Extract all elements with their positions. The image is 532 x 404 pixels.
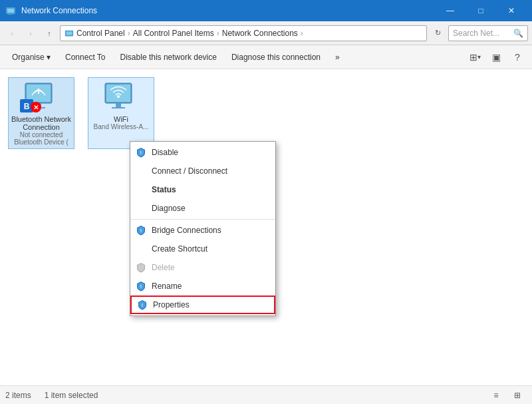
more-button[interactable]: » <box>329 48 346 67</box>
diagnose-button[interactable]: Diagnose this connection <box>225 48 327 67</box>
title-bar-icon <box>5 5 16 16</box>
ctx-create-shortcut-label: Create Shortcut <box>152 244 207 254</box>
bluetooth-icon-container: B ✕ <box>20 81 63 112</box>
maximize-button[interactable]: □ <box>466 0 496 21</box>
wifi-network-item[interactable]: WiFi Band Wireless-A... <box>88 77 154 149</box>
toolbar-right: ⊞ ▾ ▣ ? <box>466 48 527 67</box>
shield-icon-disable: ! <box>134 146 148 159</box>
bluetooth-network-item[interactable]: B ✕ Bluetooth Network Connection Not con… <box>8 77 74 149</box>
connect-to-button[interactable]: Connect To <box>59 48 112 67</box>
shield-icon-bridge: ! <box>134 224 148 237</box>
address-bar: ‹ › ↑ Control Panel › All Control Panel … <box>0 21 532 45</box>
shield-icon-properties: ! <box>136 298 149 311</box>
status-item-count: 2 items <box>5 391 31 400</box>
ctx-delete-label: Delete <box>152 263 175 272</box>
search-icon: 🔍 <box>513 29 523 38</box>
ctx-create-shortcut[interactable]: Create Shortcut <box>130 240 275 258</box>
up-button[interactable]: ↑ <box>41 25 57 41</box>
ctx-properties[interactable]: ! Properties <box>130 296 275 314</box>
ctx-connect-disconnect-label: Connect / Disconnect <box>152 166 227 176</box>
svg-text:!: ! <box>140 228 142 233</box>
ctx-properties-label: Properties <box>153 300 190 309</box>
ctx-rename-label: Rename <box>152 282 182 291</box>
organise-button[interactable]: Organise ▾ <box>5 48 57 67</box>
svg-text:!: ! <box>140 150 142 155</box>
status-selected-count: 1 item selected <box>45 391 98 400</box>
ctx-diagnose-label: Diagnose <box>152 204 186 213</box>
path-network-connections: Network Connections <box>222 29 298 38</box>
title-bar-title: Network Connections <box>21 6 430 15</box>
svg-text:!: ! <box>140 284 142 289</box>
minimize-button[interactable]: — <box>435 0 466 21</box>
title-bar-controls: — □ ✕ <box>435 0 527 21</box>
wifi-item-status: Band Wireless-A... <box>94 123 149 130</box>
svg-rect-5 <box>66 31 72 35</box>
shield-icon-delete <box>134 261 148 274</box>
shield-icon-rename: ! <box>134 280 148 293</box>
ctx-diagnose[interactable]: Diagnose <box>130 199 275 218</box>
ctx-bridge-connections[interactable]: ! Bridge Connections <box>130 221 275 240</box>
ctx-bridge-connections-label: Bridge Connections <box>152 226 221 235</box>
bluetooth-item-status: Not connected <box>20 131 63 138</box>
svg-text:B: B <box>24 102 30 111</box>
ctx-disable-label: Disable <box>152 148 178 157</box>
toolbar: Organise ▾ Connect To Disable this netwo… <box>0 45 532 69</box>
path-control-panel: Control Panel <box>76 29 125 38</box>
wifi-item-name: WiFi <box>114 115 128 123</box>
ctx-disable[interactable]: ! Disable <box>130 143 275 162</box>
ctx-separator-1 <box>130 219 275 220</box>
status-bar: 2 items 1 item selected ≡ ⊞ <box>0 385 532 404</box>
title-bar: Network Connections — □ ✕ <box>0 0 532 21</box>
help-button[interactable]: ? <box>508 48 527 67</box>
search-placeholder: Search Net... <box>453 29 499 38</box>
bluetooth-item-sub: Bluetooth Device ( <box>14 138 68 146</box>
path-all-items: All Control Panel Items <box>133 29 214 38</box>
svg-rect-3 <box>8 14 13 15</box>
address-path[interactable]: Control Panel › All Control Panel Items … <box>60 25 427 41</box>
svg-rect-16 <box>112 107 125 108</box>
svg-point-17 <box>117 95 120 98</box>
refresh-button[interactable]: ↻ <box>430 25 446 41</box>
ctx-status[interactable]: Status <box>130 180 275 199</box>
ctx-rename[interactable]: ! Rename <box>130 277 275 296</box>
wifi-icon-container <box>100 81 142 112</box>
svg-rect-15 <box>116 103 121 107</box>
search-box[interactable]: Search Net... 🔍 <box>448 25 528 41</box>
ctx-status-label: Status <box>152 185 176 194</box>
path-icon <box>65 29 74 38</box>
status-bar-right: ≡ ⊞ <box>487 386 527 405</box>
main-content: B ✕ Bluetooth Network Connection Not con… <box>0 69 532 385</box>
view-options-button[interactable]: ⊞ ▾ <box>466 48 484 67</box>
error-overlay: ✕ <box>31 102 41 112</box>
back-button[interactable]: ‹ <box>4 25 20 41</box>
svg-text:!: ! <box>142 303 143 307</box>
context-menu: ! Disable Connect / Disconnect Status Di… <box>130 141 276 316</box>
ctx-connect-disconnect[interactable]: Connect / Disconnect <box>130 162 275 180</box>
bluetooth-item-name: Bluetooth Network Connection <box>11 115 71 131</box>
pane-button[interactable]: ▣ <box>487 48 505 67</box>
ctx-delete[interactable]: Delete <box>130 258 275 277</box>
svg-rect-2 <box>9 13 12 14</box>
status-view-grid[interactable]: ⊞ <box>508 386 527 405</box>
wifi-icon <box>100 81 142 112</box>
svg-rect-1 <box>7 9 14 13</box>
network-items: B ✕ Bluetooth Network Connection Not con… <box>5 75 527 152</box>
disable-button[interactable]: Disable this network device <box>114 48 223 67</box>
close-button[interactable]: ✕ <box>496 0 527 21</box>
forward-button[interactable]: › <box>23 25 39 41</box>
status-view-list[interactable]: ≡ <box>487 386 505 405</box>
